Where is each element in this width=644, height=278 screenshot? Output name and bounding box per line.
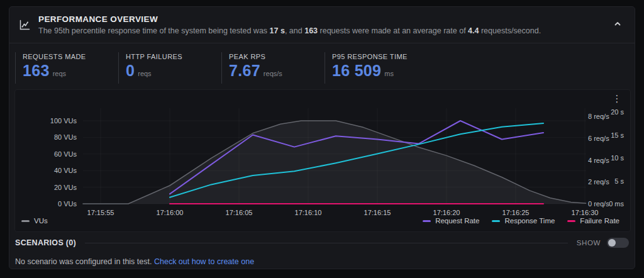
- summary-fragment: The 95th percentile response time of the…: [38, 26, 270, 35]
- legend-item-failure-rate[interactable]: Failure Rate: [567, 217, 619, 225]
- y-axis-time-tick: 10 s: [599, 153, 624, 162]
- legend-label: Request Rate: [435, 217, 479, 225]
- y-axis-time-tick: 15 s: [599, 131, 624, 140]
- scenarios-header: SCENARIOS (0) SHOW: [15, 237, 629, 248]
- scenarios-empty-message: No scenario was configured in this test.…: [15, 257, 254, 266]
- stat-peak-rps: PEAK RPS 7.67reqs/s: [221, 52, 322, 84]
- stat-label: REQUESTS MADE: [23, 53, 116, 60]
- x-axis-tick: 17:16:10: [289, 208, 327, 217]
- legend-item-request-rate[interactable]: Request Rate: [423, 217, 479, 225]
- kebab-icon: ⋮: [613, 93, 622, 104]
- summary-value: 4.4: [468, 26, 479, 35]
- legend-swatch: [567, 220, 575, 222]
- collapse-button[interactable]: [611, 18, 625, 32]
- summary-value: 163: [304, 26, 318, 35]
- stat-label: P95 RESPONSE TIME: [332, 53, 425, 60]
- stat-unit: reqs: [138, 70, 151, 77]
- header-text: PERFORMANCE OVERVIEW The 95th percentile…: [38, 14, 611, 35]
- legend-swatch: [21, 220, 30, 222]
- stat-value: 7.67: [229, 62, 260, 80]
- empty-text: No scenario was configured in this test.: [15, 257, 154, 266]
- divider: [85, 243, 568, 243]
- stat-requests-made: REQUESTS MADE 163reqs: [15, 52, 116, 84]
- y-axis-vus-tick: 80 VUs: [26, 133, 77, 142]
- stat-p95-response-time: P95 RESPONSE TIME 16 509ms: [325, 52, 425, 84]
- legend-item-response-time[interactable]: Response Time: [492, 217, 555, 225]
- stat-value: 16 509: [332, 62, 381, 80]
- legend-label: Response Time: [504, 217, 555, 225]
- stat-unit: reqs: [53, 70, 66, 77]
- y-axis-vus-tick: 100 VUs: [26, 116, 77, 125]
- create-scenario-link[interactable]: Check out how to create one: [154, 257, 254, 266]
- show-label: SHOW: [577, 239, 601, 247]
- legend-swatch: [492, 220, 500, 222]
- scenarios-title: SCENARIOS (0): [15, 238, 76, 247]
- stat-label: HTTP FAILURES: [126, 53, 219, 60]
- stat-value: 0: [126, 62, 135, 80]
- legend-label: Failure Rate: [580, 217, 619, 225]
- y-axis-vus-tick: 20 VUs: [26, 183, 77, 192]
- x-axis-tick: 17:15:55: [82, 208, 119, 217]
- stat-unit: ms: [384, 70, 394, 77]
- legend-item-vus[interactable]: VUs: [21, 217, 48, 225]
- card-header: PERFORMANCE OVERVIEW The 95th percentile…: [9, 7, 635, 43]
- show-toggle[interactable]: [607, 238, 629, 248]
- summary-value: 17 s: [270, 26, 285, 35]
- y-axis-vus-tick: 60 VUs: [26, 150, 77, 158]
- stat-http-failures: HTTP FAILURES 0reqs: [118, 52, 219, 84]
- summary-text: The 95th percentile response time of the…: [38, 26, 611, 35]
- legend-swatch: [423, 220, 431, 222]
- y-axis-time-tick: 0 ms: [599, 199, 624, 208]
- x-axis-tick: 17:16:30: [566, 208, 604, 217]
- y-axis-time-tick: 20 s: [599, 108, 624, 116]
- x-axis-tick: 17:16:25: [497, 208, 535, 217]
- page-title: PERFORMANCE OVERVIEW: [38, 14, 611, 24]
- stats-row: REQUESTS MADE 163reqs HTTP FAILURES 0req…: [9, 50, 635, 86]
- stat-value: 163: [23, 62, 50, 80]
- x-axis-tick: 17:16:05: [220, 208, 258, 217]
- chart-menu-button[interactable]: ⋮: [611, 92, 623, 105]
- y-axis-time-tick: 5 s: [599, 177, 624, 186]
- stat-label: PEAK RPS: [229, 53, 322, 60]
- x-axis-tick: 17:16:00: [151, 208, 189, 217]
- y-axis-vus-tick: 40 VUs: [26, 166, 77, 175]
- summary-fragment: requests were made at an average rate of: [318, 26, 468, 35]
- legend-label: VUs: [34, 217, 48, 225]
- stat-unit: reqs/s: [264, 70, 282, 77]
- chart-legend: VUs Request RateResponse TimeFailure Rat…: [15, 217, 630, 227]
- chart-panel: 100 VUs80 VUs60 VUs40 VUs20 VUs0 VUs8 re…: [14, 89, 631, 232]
- x-axis-tick: 17:16:20: [428, 208, 465, 217]
- chevron-up-icon: [613, 19, 622, 30]
- summary-fragment: , and: [285, 26, 304, 35]
- line-chart-icon: [17, 18, 32, 33]
- summary-fragment: requests/second.: [479, 26, 541, 35]
- performance-overview-card: PERFORMANCE OVERVIEW The 95th percentile…: [9, 6, 635, 269]
- x-axis-tick: 17:16:15: [358, 208, 396, 217]
- toggle-knob: [608, 239, 616, 247]
- y-axis-vus-tick: 0 VUs: [26, 199, 77, 208]
